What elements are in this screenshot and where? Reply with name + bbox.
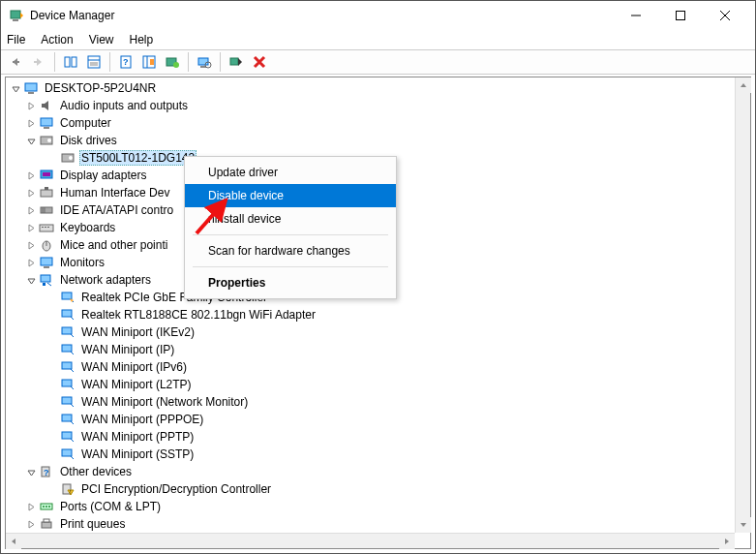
svg-rect-58 bbox=[62, 415, 72, 421]
tree-label: Realtek RTL8188CE 802.11bgn WiFi Adapter bbox=[79, 308, 318, 322]
expand-icon[interactable] bbox=[23, 168, 39, 183]
scan-hardware-button[interactable] bbox=[194, 51, 215, 73]
expand-icon[interactable] bbox=[23, 255, 39, 270]
svg-rect-26 bbox=[28, 92, 34, 94]
tree-disk-drives[interactable]: Disk drives bbox=[6, 132, 750, 149]
tree-label: ST500LT012-1DG142 bbox=[79, 150, 197, 166]
svg-text:?: ? bbox=[44, 468, 49, 477]
tree-label: Monitors bbox=[58, 256, 106, 269]
tree-net-item[interactable]: WAN Miniport (PPPOE) bbox=[6, 411, 750, 428]
collapse-icon[interactable] bbox=[23, 464, 39, 479]
tree-other-item[interactable]: !PCI Encryption/Decryption Controller bbox=[6, 480, 750, 498]
scroll-up-button[interactable] bbox=[736, 77, 751, 93]
expand-icon[interactable] bbox=[23, 98, 39, 113]
netadapter-icon bbox=[60, 290, 76, 305]
uninstall-device-button[interactable] bbox=[249, 51, 270, 73]
expand-icon[interactable] bbox=[23, 202, 39, 218]
tree-net-item[interactable]: WAN Miniport (PPTP) bbox=[6, 428, 750, 446]
svg-rect-7 bbox=[34, 61, 40, 63]
svg-rect-40 bbox=[40, 225, 53, 231]
hid-icon bbox=[39, 185, 54, 200]
svg-rect-56 bbox=[62, 380, 72, 386]
ctx-scan-hardware[interactable]: Scan for hardware changes bbox=[185, 239, 396, 262]
menu-file[interactable]: File bbox=[7, 33, 25, 46]
svg-rect-43 bbox=[47, 227, 49, 228]
network-icon bbox=[39, 272, 54, 288]
ctx-uninstall-device[interactable]: ninstall device bbox=[185, 207, 396, 231]
svg-rect-59 bbox=[62, 432, 72, 439]
forward-button[interactable] bbox=[28, 51, 49, 73]
svg-point-30 bbox=[47, 138, 51, 142]
tree-label: WAN Miniport (IKEv2) bbox=[79, 325, 197, 339]
disk-icon bbox=[39, 133, 54, 148]
collapse-icon[interactable] bbox=[23, 133, 39, 148]
disk-icon bbox=[60, 150, 76, 166]
tree-printq[interactable]: Print queues bbox=[6, 515, 750, 533]
show-hide-console-button[interactable] bbox=[60, 51, 81, 73]
svg-point-32 bbox=[69, 156, 73, 160]
horizontal-scrollbar[interactable] bbox=[6, 533, 735, 548]
maximize-button[interactable] bbox=[658, 1, 703, 30]
tree-net-item[interactable]: WAN Miniport (SSTP) bbox=[6, 446, 750, 463]
vertical-scrollbar[interactable] bbox=[735, 77, 750, 533]
menu-help[interactable]: Help bbox=[130, 33, 154, 46]
svg-text:?: ? bbox=[123, 57, 129, 67]
expand-icon[interactable] bbox=[23, 185, 39, 200]
svg-rect-18 bbox=[150, 59, 154, 65]
tree-audio[interactable]: Audio inputs and outputs bbox=[6, 97, 750, 114]
svg-rect-47 bbox=[44, 266, 49, 268]
menu-action[interactable]: Action bbox=[41, 33, 73, 46]
update-driver-button[interactable] bbox=[162, 51, 183, 73]
tree-net-item[interactable]: WAN Miniport (IKEv2) bbox=[6, 323, 750, 341]
properties-button[interactable] bbox=[83, 51, 105, 73]
expand-icon[interactable] bbox=[23, 516, 39, 532]
tree-label: Human Interface Dev bbox=[58, 186, 171, 200]
svg-point-67 bbox=[45, 506, 47, 508]
tree-label: WAN Miniport (SSTP) bbox=[79, 447, 196, 461]
minimize-button[interactable] bbox=[614, 1, 658, 30]
keyboard-icon bbox=[39, 220, 54, 235]
close-button[interactable] bbox=[703, 1, 747, 30]
svg-rect-0 bbox=[11, 11, 20, 18]
expand-icon[interactable] bbox=[8, 80, 23, 96]
tree-net-item[interactable]: WAN Miniport (IPv6) bbox=[6, 358, 750, 376]
tree-label: DESKTOP-5P2U4NR bbox=[43, 81, 158, 95]
tree-other[interactable]: ? Other devices bbox=[6, 463, 750, 480]
tree-net-item[interactable]: WAN Miniport (L2TP) bbox=[6, 376, 750, 393]
tree-label: Print queues bbox=[58, 517, 127, 531]
scroll-left-button[interactable] bbox=[6, 534, 21, 549]
expand-icon[interactable] bbox=[23, 115, 39, 131]
tree-net-item[interactable]: Realtek RTL8188CE 802.11bgn WiFi Adapter bbox=[6, 306, 750, 323]
tree-label: Disk drives bbox=[58, 134, 119, 147]
other-icon: ? bbox=[39, 464, 54, 479]
svg-rect-8 bbox=[65, 57, 70, 67]
expand-icon[interactable] bbox=[23, 220, 39, 235]
menu-view[interactable]: View bbox=[89, 33, 114, 46]
ctx-disable-device[interactable]: Disable device bbox=[185, 184, 396, 207]
scroll-down-button[interactable] bbox=[736, 517, 751, 533]
expand-icon[interactable] bbox=[23, 237, 39, 253]
svg-rect-51 bbox=[62, 292, 72, 299]
tree-computer[interactable]: Computer bbox=[6, 114, 750, 132]
collapse-icon[interactable] bbox=[23, 272, 39, 288]
svg-rect-28 bbox=[44, 127, 49, 129]
back-button[interactable] bbox=[5, 51, 26, 73]
tree-label: Computer bbox=[58, 116, 113, 130]
ctx-properties[interactable]: Properties bbox=[185, 271, 396, 294]
device-tree[interactable]: DESKTOP-5P2U4NR Audio inputs and outputs… bbox=[5, 77, 751, 549]
ctx-update-driver[interactable]: Update driver bbox=[185, 161, 396, 184]
disable-device-button[interactable] bbox=[226, 51, 247, 73]
help-button[interactable]: ? bbox=[115, 51, 136, 73]
svg-rect-70 bbox=[44, 519, 49, 522]
expand-icon[interactable] bbox=[23, 499, 39, 514]
app-icon bbox=[9, 8, 24, 23]
tree-root[interactable]: DESKTOP-5P2U4NR bbox=[6, 79, 750, 97]
tree-ports[interactable]: Ports (COM & LPT) bbox=[6, 498, 750, 515]
tree-net-item[interactable]: WAN Miniport (IP) bbox=[6, 341, 750, 358]
svg-rect-60 bbox=[62, 449, 72, 456]
scroll-right-button[interactable] bbox=[719, 534, 735, 549]
show-hidden-button[interactable] bbox=[138, 51, 160, 73]
svg-rect-24 bbox=[230, 58, 238, 65]
tree-net-item[interactable]: WAN Miniport (Network Monitor) bbox=[6, 393, 750, 411]
tree-label: WAN Miniport (PPTP) bbox=[79, 430, 196, 444]
